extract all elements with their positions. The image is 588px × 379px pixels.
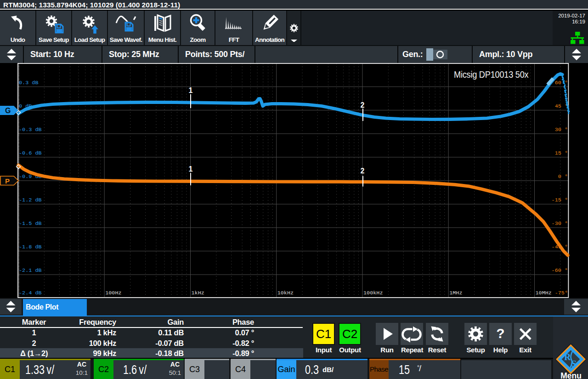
- svg-text:-2.4 dB: -2.4 dB: [19, 290, 42, 296]
- svg-text:-1.5 dB: -1.5 dB: [19, 220, 42, 227]
- svg-text:-1.8 dB: -1.8 dB: [19, 244, 42, 250]
- svg-text:30 °: 30 °: [555, 126, 568, 133]
- svg-text:G: G: [5, 107, 11, 115]
- svg-text:1: 1: [189, 165, 193, 173]
- svg-text:R: R: [564, 352, 571, 362]
- svg-text:-15 °: -15 °: [552, 197, 568, 203]
- svg-text:100kHz: 100kHz: [363, 290, 383, 296]
- svg-text:1MHz: 1MHz: [449, 290, 462, 296]
- svg-text:-0.6 dB: -0.6 dB: [19, 150, 42, 156]
- svg-text:2: 2: [361, 101, 365, 109]
- svg-text:60 °: 60 °: [555, 80, 568, 86]
- svg-text:45 °: 45 °: [555, 103, 568, 109]
- svg-text:Micsig DP10013 50x: Micsig DP10013 50x: [454, 69, 529, 80]
- svg-text:-75°: -75°: [555, 290, 568, 296]
- svg-text:P: P: [5, 177, 10, 185]
- svg-text:Menu: Menu: [560, 371, 582, 379]
- svg-text:1kHz: 1kHz: [192, 290, 204, 296]
- svg-text:2: 2: [361, 167, 365, 175]
- svg-text:10MHz: 10MHz: [536, 290, 552, 296]
- svg-text:-2.1 dB: -2.1 dB: [19, 267, 42, 274]
- svg-text:1: 1: [189, 86, 193, 94]
- svg-text:100Hz: 100Hz: [105, 290, 121, 296]
- svg-text:0 °: 0 °: [558, 173, 568, 180]
- svg-text:-30 °: -30 °: [552, 220, 568, 227]
- svg-text:-60 °: -60 °: [552, 267, 568, 274]
- svg-text:-0.3 dB: -0.3 dB: [19, 126, 42, 133]
- svg-text:15 °: 15 °: [555, 150, 568, 156]
- svg-text:-1.2 dB: -1.2 dB: [19, 197, 42, 203]
- svg-text:10kHz: 10kHz: [277, 290, 294, 296]
- svg-text:0.3 dB: 0.3 dB: [19, 80, 38, 86]
